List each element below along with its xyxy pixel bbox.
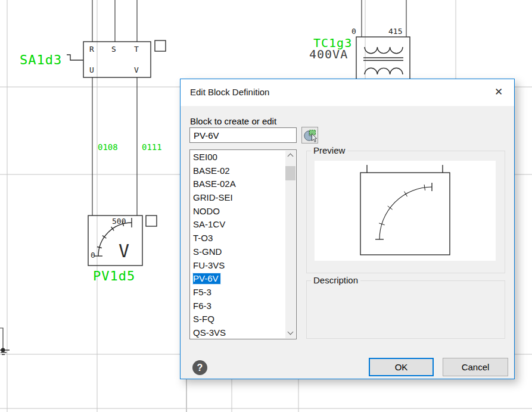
description-group: Description <box>306 280 505 339</box>
transformer-tap-0: 0 <box>351 27 356 36</box>
scrollbar-thumb[interactable] <box>285 166 295 180</box>
list-item[interactable]: BASE-02A <box>190 177 286 191</box>
block-name-label: Block to create or edit <box>190 116 276 126</box>
scrollbar-down-button[interactable] <box>285 328 295 338</box>
preview-group: Preview <box>306 151 505 273</box>
wire-number-0108: 0108 <box>98 142 118 152</box>
list-item[interactable]: FU-3VS <box>190 259 286 273</box>
list-item[interactable]: S-GND <box>190 245 286 259</box>
list-item[interactable]: QS-3VS <box>190 326 286 339</box>
close-icon[interactable]: ✕ <box>492 86 505 99</box>
list-item[interactable]: NODO <box>190 205 286 219</box>
description-label: Description <box>311 275 360 285</box>
block-list[interactable]: SEI00 BASE-02 BASE-02A GRID-SEI NODO SA-… <box>189 149 297 339</box>
meter-scale-max: 500 <box>112 217 126 226</box>
preview-label: Preview <box>311 145 347 155</box>
chevron-up-icon <box>288 154 294 160</box>
pin-label-s: S <box>111 45 116 54</box>
voltmeter-symbol: 500 0 V PV1d5 <box>88 216 157 283</box>
application-window: R S T U V SA1d3 0 415 TC1g3 400VA 0108 0… <box>0 0 532 412</box>
block-preview-image <box>315 161 496 261</box>
transformer-tap-415: 415 <box>388 27 402 36</box>
list-item[interactable]: BASE-02 <box>190 164 286 178</box>
list-item[interactable]: T-O3 <box>190 232 286 245</box>
pin-label-t: T <box>134 45 139 54</box>
meter-scale-min: 0 <box>91 251 95 260</box>
chevron-down-icon <box>288 329 294 335</box>
list-item[interactable]: S-FQ <box>190 313 286 326</box>
help-icon[interactable]: ? <box>192 360 207 375</box>
list-item[interactable]: F5-3 <box>190 286 286 299</box>
edit-block-definition-dialog: Edit Block Definition ✕ Block to create … <box>180 79 515 379</box>
list-item[interactable]: SA-1CV <box>190 218 286 232</box>
ok-button[interactable]: OK <box>369 358 434 376</box>
pin-label-v: V <box>134 65 139 74</box>
contactor-tag: SA1d3 <box>20 52 62 67</box>
wire-number-0111: 0111 <box>142 142 162 152</box>
scrollbar-up-button[interactable] <box>285 151 295 161</box>
voltmeter-tag: PV1d5 <box>93 269 135 283</box>
pick-block-button[interactable] <box>301 127 318 143</box>
list-item-selected[interactable]: PV-6V <box>190 272 286 286</box>
contactor-symbol: R S T U V SA1d3 <box>20 40 166 77</box>
list-item[interactable]: GRID-SEI <box>190 191 286 205</box>
list-item[interactable]: SEI00 <box>190 151 286 164</box>
pin-label-u: U <box>89 65 94 74</box>
meter-unit: V <box>119 241 129 261</box>
dialog-title: Edit Block Definition <box>190 87 269 97</box>
ground-symbol <box>0 328 10 355</box>
list-scrollbar[interactable] <box>285 151 295 338</box>
select-object-pick-icon <box>302 127 318 143</box>
dialog-titlebar[interactable]: Edit Block Definition ✕ <box>181 79 514 106</box>
transformer-rating: 400VA <box>309 47 348 61</box>
cancel-button[interactable]: Cancel <box>443 358 508 376</box>
transformer-symbol: 0 415 TC1g3 400VA <box>309 27 410 82</box>
block-name-input[interactable] <box>189 127 297 143</box>
pin-label-r: R <box>89 45 94 54</box>
list-item[interactable]: F6-3 <box>190 299 286 313</box>
